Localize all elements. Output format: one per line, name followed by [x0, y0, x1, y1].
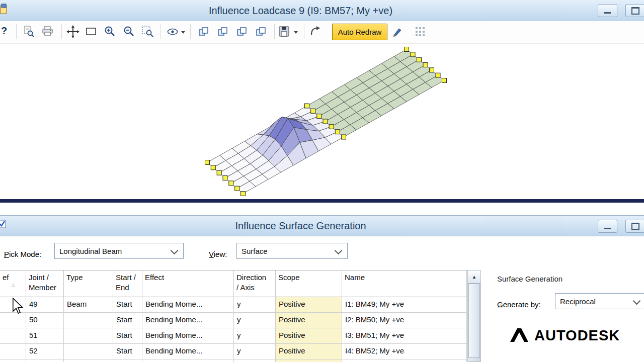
annotate-pen-icon[interactable] [391, 25, 404, 38]
cell-type[interactable] [64, 359, 113, 362]
maximize-icon [631, 223, 639, 230]
cell-effect[interactable] [142, 359, 234, 362]
tile-window-1-icon[interactable] [197, 25, 210, 38]
cell-axis[interactable]: y [234, 313, 276, 328]
mouse-cursor [12, 298, 24, 315]
col-header-joint-member[interactable]: Joint /Member [26, 270, 64, 297]
cell-start[interactable] [113, 359, 142, 362]
chevron-down-icon [335, 247, 343, 255]
cell-joint[interactable]: 52 [26, 344, 64, 359]
pick-mode-select[interactable]: Longitudinal Beam [54, 243, 184, 259]
col-header-type[interactable]: Type [64, 270, 113, 297]
cell-effect[interactable]: Bending Mome... [142, 313, 234, 328]
influence-table: ef△ Joint /Member Type Start /End Effect… [0, 270, 467, 362]
cell-axis[interactable]: y [234, 328, 276, 344]
tile-window-4-icon[interactable] [255, 25, 268, 38]
auto-redraw-button[interactable]: Auto Redraw [332, 24, 387, 40]
cell-axis[interactable] [234, 359, 276, 362]
generation-window-titlebar[interactable]: Influence Surface Generation [0, 215, 644, 236]
tile-window-2-icon[interactable] [216, 25, 229, 38]
influence-surface-viewport[interactable] [0, 43, 644, 198]
cell-axis[interactable]: y [234, 297, 276, 313]
cell-ref[interactable] [0, 313, 26, 328]
toolbar-separator [274, 24, 275, 39]
rectangle-zoom-icon[interactable] [85, 25, 98, 38]
print-icon[interactable] [41, 25, 54, 38]
cell-scope[interactable]: Positive [276, 344, 342, 359]
cell-name[interactable]: I3: BM51; My +ve [342, 328, 467, 344]
cell-ref[interactable] [0, 359, 26, 362]
autodesk-mark-icon [509, 325, 529, 345]
cell-type[interactable] [64, 328, 113, 344]
cell-scope[interactable] [276, 359, 342, 362]
cell-name[interactable] [342, 359, 467, 362]
minimize-button-generation[interactable] [598, 220, 617, 233]
cell-name[interactable]: I2: BM50; My +ve [342, 313, 467, 328]
scroll-up-icon: ▲ [472, 274, 477, 280]
cell-ref[interactable] [0, 344, 26, 359]
print-preview-icon[interactable] [22, 25, 35, 38]
maximize-button-generation[interactable] [625, 220, 644, 233]
col-header-direction-axis[interactable]: Direction/ Axis [234, 270, 276, 297]
redraw-icon[interactable] [309, 25, 322, 38]
zoom-out-icon[interactable] [123, 25, 136, 38]
view-select[interactable]: Surface [236, 243, 348, 259]
view-options-eye-icon[interactable] [166, 25, 179, 38]
minimize-button-loadcase[interactable] [598, 4, 617, 17]
toolbar-separator [190, 24, 191, 39]
cell-type[interactable] [64, 313, 113, 328]
maximize-icon [631, 7, 639, 15]
chevron-down-icon[interactable] [181, 31, 185, 34]
cell-type[interactable] [64, 344, 113, 359]
cell-effect[interactable]: Bending Mome... [142, 297, 234, 313]
save-view-icon[interactable] [278, 25, 291, 38]
autodesk-logo: AUTODESK [509, 324, 644, 347]
cell-name[interactable]: I4: BM52; My +ve [342, 344, 467, 359]
cell-effect[interactable]: Bending Mome... [142, 328, 234, 344]
cell-start[interactable]: Start [113, 344, 142, 359]
pick-mode-label: Pick Mode: [4, 250, 41, 258]
cell-scope[interactable]: Positive [276, 297, 342, 313]
col-header-scope[interactable]: Scope [276, 270, 342, 297]
chevron-down-icon [171, 247, 179, 255]
col-header-effect[interactable]: Effect [142, 270, 234, 297]
cell-name[interactable]: I1: BM49; My +ve [342, 297, 467, 313]
cell-effect[interactable]: Bending Mome... [142, 344, 234, 359]
scroll-thumb[interactable] [468, 284, 480, 358]
generate-by-value: Reciprocal [560, 297, 596, 306]
table-scrollbar[interactable]: ▲ [467, 270, 481, 362]
chevron-down-icon [633, 297, 641, 305]
help-icon[interactable]: ? [1, 25, 7, 37]
cell-type[interactable]: Beam [64, 297, 113, 313]
surface-generation-group-label: Surface Generation [497, 275, 562, 283]
autodesk-wordmark: AUTODESK [534, 327, 620, 344]
cell-joint[interactable]: 49 [26, 297, 64, 313]
generate-by-select[interactable]: Reciprocal [555, 293, 644, 309]
loadcase-window-titlebar[interactable]: Influence Loadcase 9 (I9: BM57; My +ve) [0, 0, 644, 22]
view-label: View: [209, 250, 227, 258]
cell-joint[interactable]: 50 [26, 313, 64, 328]
pan-icon[interactable] [66, 25, 79, 38]
cell-scope[interactable]: Positive [276, 313, 342, 328]
view-value: Surface [242, 247, 268, 255]
cell-start[interactable]: Start [113, 297, 142, 313]
scroll-up-button[interactable]: ▲ [468, 270, 480, 284]
snap-grid-icon[interactable] [414, 25, 427, 38]
cell-start[interactable]: Start [113, 328, 142, 344]
zoom-in-icon[interactable] [104, 25, 117, 38]
cell-scope[interactable]: Positive [276, 328, 342, 344]
tile-window-3-icon[interactable] [235, 25, 249, 38]
col-header-name[interactable]: Name [342, 270, 467, 297]
zoom-extents-icon[interactable] [141, 25, 154, 38]
chevron-down-icon[interactable] [294, 31, 298, 34]
sort-indicator-icon: △ [12, 283, 23, 289]
cell-joint[interactable]: 51 [26, 328, 64, 344]
maximize-button-loadcase[interactable] [625, 4, 644, 17]
col-header-start-end[interactable]: Start /End [113, 270, 142, 297]
cell-ref[interactable] [0, 328, 26, 344]
cell-joint[interactable] [26, 359, 64, 362]
minimize-icon [604, 228, 611, 229]
cell-axis[interactable]: y [234, 344, 276, 359]
col-header-ref[interactable]: ef△ [0, 270, 26, 297]
cell-start[interactable]: Start [113, 313, 142, 328]
